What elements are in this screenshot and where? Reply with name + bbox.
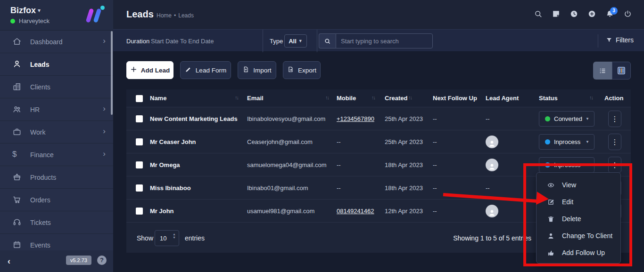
kanban-view-button[interactable]	[612, 62, 631, 80]
row-checkbox[interactable]	[136, 161, 143, 168]
clock-button[interactable]	[565, 6, 583, 24]
status-label: Inprocess	[554, 161, 580, 168]
sort-icon[interactable]: ↑↓	[235, 95, 238, 100]
add-lead-button[interactable]: Add Lead	[126, 61, 173, 79]
search-input[interactable]	[336, 33, 433, 48]
list-view-button[interactable]	[593, 62, 612, 80]
power-icon	[623, 9, 632, 20]
menu-item-label: View	[562, 181, 576, 189]
sidebar-item-products[interactable]: Products	[0, 166, 113, 189]
dollar-icon: $	[12, 150, 23, 160]
collapse-sidebar-button[interactable]: ‹	[8, 256, 10, 266]
divider	[263, 30, 263, 52]
filters-button[interactable]: Filters	[606, 36, 634, 44]
column-header-name: Name	[150, 95, 166, 102]
lead-mobile[interactable]: +1234567890	[337, 115, 374, 122]
lead-mobile[interactable]: 08149241462	[337, 208, 374, 215]
kanban-icon	[618, 67, 625, 74]
sidebar-scrollbar[interactable]	[111, 31, 113, 115]
notifications-button[interactable]: 3	[601, 6, 619, 24]
date-range-picker[interactable]: Start Date To End Date	[151, 38, 214, 45]
select-all-checkbox[interactable]	[136, 95, 143, 102]
row-actions-button[interactable]: ⋮	[608, 157, 621, 173]
chevron-right-icon: ›	[103, 149, 106, 159]
menu-item-delete[interactable]: Delete	[537, 210, 620, 227]
page-size-select[interactable]: 10 ▲▼	[155, 230, 179, 246]
import-button[interactable]: Import	[238, 61, 276, 79]
row-checkbox[interactable]	[136, 138, 143, 145]
eye-icon	[547, 181, 555, 189]
column-header-created: Created	[385, 95, 407, 102]
power-button[interactable]	[619, 6, 636, 24]
sort-icon[interactable]: ↑↓	[589, 95, 593, 100]
divider	[598, 34, 598, 48]
add-circle-button[interactable]	[583, 6, 601, 24]
sidebar-item-tickets[interactable]: Tickets	[0, 211, 113, 234]
notes-icon	[552, 9, 561, 20]
menu-item-change-to-client[interactable]: Change To Client	[537, 227, 620, 244]
lead-email: Ibinabolovesyou@gmail.com	[247, 115, 325, 122]
lead-mobile: --	[337, 161, 341, 168]
type-dropdown[interactable]: All▼	[284, 34, 307, 48]
lead-created: 25th Apr 2023	[385, 138, 423, 145]
sidebar-footer: ‹ v5.2.73 ?	[0, 250, 113, 272]
sidebar-item-clients[interactable]: Clients	[0, 76, 113, 98]
status-dropdown[interactable]: Inprocess▼	[539, 157, 594, 173]
pencil-icon	[185, 66, 192, 74]
status-dropdown[interactable]: Inprocess▼	[539, 134, 594, 150]
sidebar-nav: Dashboard›LeadsClientsHR›Work›$Finance›P…	[0, 31, 113, 256]
headset-icon	[12, 217, 23, 228]
row-checkbox[interactable]	[136, 115, 143, 122]
search-button[interactable]	[529, 6, 547, 24]
lead-agent: --	[486, 184, 490, 192]
lead-name: Miss Ibinaboo	[150, 184, 191, 192]
sort-icon[interactable]: ↑↓	[408, 95, 412, 100]
menu-item-view[interactable]: View	[537, 176, 620, 193]
lead-form-button[interactable]: Lead Form	[180, 61, 231, 79]
topbar: Leads Home•Leads 3	[113, 0, 644, 29]
sidebar-item-label: Work	[30, 128, 45, 136]
table-header-row: Name↑↓Email↑↓Mobile↑↓Created↑↓Next Follo…	[126, 89, 631, 107]
table-row: Mr Ceaser JohnCeaserjohn@gmail.com--25th…	[126, 130, 631, 153]
lead-next-follow-up: --	[433, 115, 437, 122]
sort-icon[interactable]: ↑↓	[509, 95, 512, 100]
status-dropdown[interactable]: Converted▼	[539, 111, 594, 127]
help-icon[interactable]: ?	[97, 256, 107, 265]
sort-icon[interactable]: ↑↓	[372, 95, 375, 100]
lead-mobile: --	[337, 184, 341, 192]
lead-mobile: --	[337, 138, 341, 145]
sidebar-item-label: Events	[30, 241, 50, 249]
edit-icon	[547, 198, 555, 206]
sidebar-item-finance[interactable]: $Finance›	[0, 144, 113, 166]
export-button[interactable]: Export	[283, 61, 321, 79]
spinner-arrows-icon: ▲▼	[173, 232, 176, 239]
lead-created: 12th Apr 2023	[385, 208, 423, 215]
view-toggle	[593, 62, 631, 80]
brand-name[interactable]: Bizfox	[10, 6, 36, 16]
menu-item-edit[interactable]: Edit	[537, 193, 620, 210]
row-actions-button[interactable]: ⋮	[608, 134, 621, 150]
menu-item-add-follow-up[interactable]: Add Follow Up	[537, 244, 620, 261]
breadcrumb-home[interactable]: Home	[157, 12, 172, 19]
sidebar-item-leads[interactable]: Leads	[0, 53, 113, 76]
sidebar-item-label: Dashboard	[30, 38, 63, 46]
sidebar-item-label: Leads	[30, 61, 49, 68]
basket-icon	[12, 172, 23, 183]
plus-icon	[130, 66, 137, 74]
status-label: Inprocess	[554, 138, 580, 145]
row-actions-button[interactable]: ⋮	[608, 111, 621, 127]
sort-icon[interactable]: ↑↓	[325, 95, 329, 100]
filter-bar: Duration Start Date To End Date Type All…	[113, 29, 644, 52]
notes-button[interactable]	[547, 6, 565, 24]
sidebar-item-orders[interactable]: Orders	[0, 189, 113, 211]
sidebar-item-hr[interactable]: HR›	[0, 98, 113, 121]
sidebar-item-work[interactable]: Work›	[0, 121, 113, 144]
lead-agent: --	[486, 115, 490, 122]
sidebar-item-dashboard[interactable]: Dashboard›	[0, 31, 113, 53]
row-checkbox[interactable]	[136, 184, 143, 192]
row-checkbox[interactable]	[136, 208, 143, 215]
column-header-status: Status	[539, 95, 558, 102]
status-dot-icon	[545, 116, 550, 121]
duration-label: Duration	[126, 38, 149, 45]
button-label: Lead Form	[196, 67, 226, 74]
